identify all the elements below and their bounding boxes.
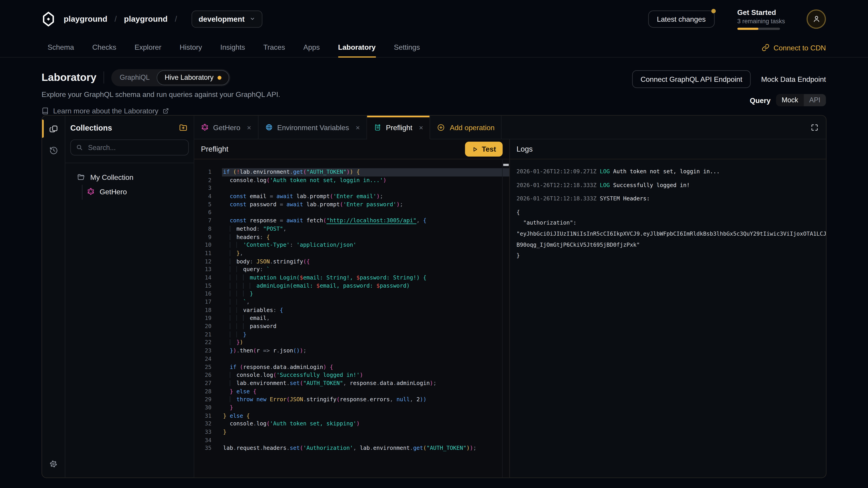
code-line-26[interactable]: 26 console.log('Successfully logged in!'… xyxy=(194,371,509,380)
token-y: ) xyxy=(350,169,353,175)
nav-item-laboratory[interactable]: Laboratory xyxy=(338,38,375,57)
code-line-30[interactable]: 30 } xyxy=(194,404,509,412)
collection-item-gethero[interactable]: GetHero xyxy=(71,185,188,197)
code-line-16[interactable]: 16 } xyxy=(194,290,509,298)
code-line-2[interactable]: 2 console.log('Auth token not set, loggi… xyxy=(194,176,509,184)
token-pu: : xyxy=(250,258,256,264)
close-icon[interactable]: × xyxy=(419,123,423,131)
code-line-4[interactable]: 4 const email = await lab.prompt('Enter … xyxy=(194,193,509,201)
nav-item-schema[interactable]: Schema xyxy=(48,38,74,57)
code-editor[interactable]: 1if (!lab.environment.get("AUTH_TOKEN"))… xyxy=(194,159,509,477)
scrollbar-thumb[interactable] xyxy=(503,164,508,166)
target-select[interactable]: development xyxy=(191,10,262,27)
code-line-32[interactable]: 32 console.log('Auth token set, skipping… xyxy=(194,420,509,428)
token-kw: if xyxy=(223,169,230,175)
token-pu xyxy=(250,388,253,394)
code-line-5[interactable]: 5 const password = await lab.prompt('Ent… xyxy=(194,201,509,209)
code-line-12[interactable]: 12 body: JSON.stringify({ xyxy=(194,258,509,266)
code-line-28[interactable]: 28 } else { xyxy=(194,388,509,396)
nav-item-history[interactable]: History xyxy=(180,38,202,57)
rail-settings-button[interactable] xyxy=(42,453,65,475)
token-pu: ; xyxy=(473,445,476,451)
token-pl: lab xyxy=(237,380,246,386)
fullscreen-icon[interactable] xyxy=(810,123,819,131)
folder-plus-icon[interactable] xyxy=(179,123,188,132)
connect-to-cdn-button[interactable]: Connect to CDN xyxy=(762,38,826,58)
nav-item-checks[interactable]: Checks xyxy=(92,38,116,57)
code-line-35[interactable]: 35lab.request.headers.set('Authorization… xyxy=(194,445,509,453)
book-icon xyxy=(41,107,49,115)
tab-gethero[interactable]: GetHero× xyxy=(194,116,258,139)
code-line-8[interactable]: 8 method: "POST", xyxy=(194,225,509,233)
mode-option-hive-laboratory[interactable]: Hive Laboratory xyxy=(157,70,229,85)
code-line-24[interactable]: 24 xyxy=(194,355,509,363)
nav-item-insights[interactable]: Insights xyxy=(220,38,245,57)
close-icon[interactable]: × xyxy=(247,123,251,131)
segment-mock[interactable]: Mock xyxy=(776,94,804,106)
code-line-13[interactable]: 13 query: ` xyxy=(194,266,509,274)
connect-graphql-api-endpoint-button[interactable]: Connect GraphQL API Endpoint xyxy=(632,70,751,88)
avatar[interactable] xyxy=(807,9,826,29)
rail-collections-button[interactable] xyxy=(42,118,65,140)
code-line-22[interactable]: 22 }) xyxy=(194,339,509,347)
nav-item-label: Apps xyxy=(303,43,320,52)
code-line-10[interactable]: 10 'Content-Type': 'application/json' xyxy=(194,241,509,250)
laboratory-header: Laboratory GraphiQL Hive Laboratory Expl… xyxy=(41,69,826,115)
nav-item-traces[interactable]: Traces xyxy=(264,38,285,57)
code-line-25[interactable]: 25 if (response.data.adminLogin) { xyxy=(194,363,509,371)
primary-nav: SchemaChecksExplorerHistoryInsightsTrace… xyxy=(0,38,868,58)
learn-more-link[interactable]: Learn more about the Laboratory xyxy=(41,107,826,115)
nav-item-explorer[interactable]: Explorer xyxy=(134,38,161,57)
tab-add-operation[interactable]: Add operation xyxy=(430,116,502,139)
token-pu: : xyxy=(290,242,297,248)
code-line-23[interactable]: 23 }).then(r => r.json()); xyxy=(194,347,509,355)
log-timestamp: 2026-01-26T12:12:18.333Z xyxy=(517,195,596,201)
token-kw: null xyxy=(397,396,410,402)
rail-history-button[interactable] xyxy=(42,139,65,161)
code-line-6[interactable]: 6 xyxy=(194,209,509,217)
nav-item-settings[interactable]: Settings xyxy=(394,38,420,57)
breadcrumb-org[interactable]: playground xyxy=(64,14,107,23)
code-line-20[interactable]: 20 password xyxy=(194,323,509,331)
code-line-31[interactable]: 31} else { xyxy=(194,412,509,420)
code-line-11[interactable]: 11 }, xyxy=(194,250,509,258)
tab-preflight[interactable]: Preflight× xyxy=(367,116,430,139)
code-line-27[interactable]: 27 lab.environment.set("AUTH_TOKEN", res… xyxy=(194,380,509,388)
nav-item-apps[interactable]: Apps xyxy=(303,38,320,57)
code-line-content: mutation Login($email: String!, $passwor… xyxy=(222,274,509,282)
code-line-1[interactable]: 1if (!lab.environment.get("AUTH_TOKEN"))… xyxy=(194,168,509,176)
code-line-15[interactable]: 15 adminLogin(email: $email, password: $… xyxy=(194,282,509,290)
code-line-3[interactable]: 3 xyxy=(194,184,509,193)
indent xyxy=(237,291,243,297)
hive-logo-icon[interactable] xyxy=(41,11,56,26)
token-kw: else xyxy=(237,388,250,394)
search-input[interactable] xyxy=(70,139,189,156)
latest-changes-button[interactable]: Latest changes xyxy=(648,10,715,27)
code-line-content: }).then(r => r.json()); xyxy=(222,347,509,355)
test-button[interactable]: Test xyxy=(465,142,503,157)
code-line-29[interactable]: 29 throw new Error(JSON.stringify(respon… xyxy=(194,396,509,404)
segment-api[interactable]: API xyxy=(804,94,826,106)
line-number: 14 xyxy=(194,274,212,282)
code-line-34[interactable]: 34 xyxy=(194,436,509,445)
code-line-7[interactable]: 7 const response = await fetch("http://l… xyxy=(194,217,509,225)
code-line-9[interactable]: 9 headers: { xyxy=(194,233,509,241)
code-line-19[interactable]: 19 email, xyxy=(194,315,509,323)
get-started-widget[interactable]: Get Started 3 remaining tasks xyxy=(737,8,785,30)
token-y: { xyxy=(267,234,270,240)
editor-scrollbar[interactable] xyxy=(502,159,509,477)
collection-folder-my-collection[interactable]: My Collection xyxy=(71,171,188,183)
token-pu: . xyxy=(270,258,273,264)
token-b: } xyxy=(243,331,246,337)
code-line-21[interactable]: 21 } xyxy=(194,331,509,339)
tab-environment-variables[interactable]: Environment Variables× xyxy=(258,116,367,139)
laboratory-workspace: Collections xyxy=(41,115,827,478)
code-line-14[interactable]: 14 mutation Login($email: String!, $pass… xyxy=(194,274,509,282)
mock-data-endpoint-button[interactable]: Mock Data Endpoint xyxy=(761,75,826,84)
code-line-33[interactable]: 33} xyxy=(194,428,509,436)
close-icon[interactable]: × xyxy=(356,123,360,131)
mode-option-graphiql[interactable]: GraphiQL xyxy=(113,70,157,84)
code-line-18[interactable]: 18 variables: { xyxy=(194,306,509,315)
breadcrumb-project[interactable]: playground xyxy=(124,14,167,23)
code-line-17[interactable]: 17 `, xyxy=(194,298,509,306)
